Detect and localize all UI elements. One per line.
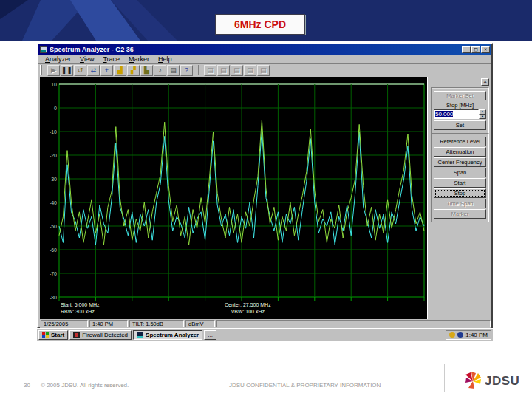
spectrum-analyzer-icon (137, 332, 143, 338)
menu-item-marker[interactable]: Marker (124, 55, 154, 63)
task-label: Firewall Detected (82, 332, 128, 338)
task-label: ... (208, 332, 213, 338)
clock: 1:40 PM (466, 332, 488, 338)
toolbar-group-files: ▤▤▤▤▤ (202, 64, 272, 76)
status-cell-2: TILT: 1.50dB (129, 320, 184, 327)
shield-icon[interactable] (449, 332, 455, 338)
waterfall-button[interactable]: ▟ (114, 65, 126, 76)
settings-button-group: Reference LevelAttenuationCenter Frequen… (431, 133, 489, 222)
system-tray: 1:40 PM (446, 330, 491, 340)
network-icon[interactable] (457, 332, 463, 338)
marker-set-button[interactable]: Marker Set (434, 91, 486, 100)
pause-button[interactable]: ❚❚ (61, 65, 73, 76)
attenuation-button[interactable]: Attenuation (434, 147, 486, 157)
chart-center-annotation: Center: 27.500 MHz VBW: 100 kHz (225, 301, 271, 315)
marker-crosshair-button[interactable]: + (100, 65, 113, 76)
spectrogram-button[interactable]: ▞ (127, 65, 140, 76)
window-title: Spectrum Analyzer - G2 36 (50, 46, 461, 53)
file-button-3[interactable]: ▤ (231, 65, 243, 76)
menu-item-help[interactable]: Help (154, 55, 177, 63)
file-icon-4: ▤ (247, 66, 253, 74)
toolbar-grip-2[interactable] (197, 65, 199, 75)
reset-button[interactable]: ↺ (74, 65, 86, 76)
stepper-arrows[interactable]: ▲ ▼ (479, 109, 486, 119)
y-axis-label: -70 (50, 271, 57, 276)
stop-frequency-stepper[interactable]: 50.000 ▲ ▼ (434, 109, 486, 119)
file-button-1[interactable]: ▤ (204, 65, 216, 76)
pane-close-icon[interactable]: × (481, 78, 489, 86)
close-button[interactable]: × (481, 46, 490, 53)
task-firewall-detected[interactable]: Firewall Detected (69, 330, 132, 340)
menu-item-view[interactable]: View (75, 55, 98, 63)
file-icon-3: ▤ (233, 66, 240, 74)
menu-item-trace[interactable]: Trace (98, 55, 124, 63)
windows-logo-icon (42, 332, 49, 338)
y-axis-label: -60 (50, 248, 57, 253)
printer-icon: ▤ (170, 66, 177, 74)
jdsu-starburst-icon (464, 372, 482, 391)
time-span-button[interactable]: Time Span (434, 199, 486, 208)
minimize-button[interactable]: _ (462, 46, 471, 53)
reference-level-button[interactable]: Reference Level (434, 137, 486, 146)
waterfall-icon: ▟ (117, 66, 123, 74)
play-button[interactable]: ▶ (47, 65, 60, 76)
help-button[interactable]: ? (180, 65, 193, 76)
play-icon: ▶ (51, 66, 56, 74)
y-axis-label: -30 (50, 177, 57, 182)
app-icon (40, 46, 47, 53)
y-axis-label: 0 (54, 106, 57, 111)
set-button[interactable]: Set (434, 120, 486, 130)
status-bar: 1/25/20051:40 PMTILT: 1.50dBdBmV (40, 319, 491, 328)
stepper-down-icon[interactable]: ▼ (479, 115, 486, 120)
slide-number: 30 (24, 382, 30, 389)
footer-divider (444, 364, 445, 392)
file-button-2[interactable]: ▤ (217, 65, 230, 76)
y-axis-label: -50 (50, 224, 57, 229)
chart-mode-icon: ▙ (144, 66, 149, 74)
toolbar-grip[interactable] (40, 65, 42, 75)
center-frequency-button[interactable]: Center Frequency (434, 157, 486, 167)
file-button-5[interactable]: ▤ (257, 65, 270, 76)
window-titlebar[interactable]: Spectrum Analyzer - G2 36 _ □ × (38, 44, 491, 55)
start-button[interactable]: Start (38, 330, 68, 340)
spectrum-chart: 100-10-20-30-40-50-60-70-80 (40, 77, 427, 319)
task-spectrum-analyzer[interactable]: Spectrum Analyzer (133, 330, 202, 340)
help-icon: ? (185, 66, 188, 74)
y-axis-label: -10 (50, 129, 57, 134)
confidential-text: JDSU CONFIDENTIAL & PROPRIETARY INFORMAT… (229, 382, 381, 389)
maximize-button[interactable]: □ (471, 46, 480, 53)
windows-taskbar: Start Firewall DetectedSpectrum Analyzer… (37, 328, 493, 341)
chart-mode-button[interactable]: ▙ (140, 65, 153, 76)
task-more[interactable]: ... (204, 330, 216, 340)
start-button[interactable]: Start (434, 178, 486, 188)
slide: 6MHz CPD Spectrum Analyzer - G2 36 _ □ ×… (0, 0, 532, 399)
status-cell-filler (216, 320, 491, 327)
spectrum-analyzer-window: Spectrum Analyzer - G2 36 _ □ × Analyzer… (37, 43, 493, 328)
y-axis-label: -40 (50, 200, 57, 205)
stop-frequency-input[interactable]: 50.000 (434, 109, 479, 119)
status-cell-0: 1/25/2005 (41, 320, 88, 327)
split-view-button[interactable]: ⇄ (87, 65, 100, 76)
slide-title-box: 6MHz CPD (215, 14, 305, 35)
marker-button[interactable]: Marker (434, 209, 486, 219)
stop-button[interactable]: Stop (434, 188, 486, 198)
span-button[interactable]: Span (434, 168, 486, 177)
task-label: Spectrum Analyzer (146, 332, 199, 338)
spectrum-plot-area: 100-10-20-30-40-50-60-70-80 Start: 5.000… (40, 77, 427, 319)
file-button-4[interactable]: ▤ (244, 65, 256, 76)
frequency-entry-group: Marker Set Stop [MHz] 50.000 ▲ ▼ Set (431, 87, 489, 134)
speaker-button[interactable]: ♪ (154, 65, 166, 76)
slide-title: 6MHz CPD (234, 18, 286, 30)
file-icon-5: ▤ (260, 66, 267, 74)
control-pane: × Marker Set Stop [MHz] 50.000 ▲ ▼ Set R… (427, 77, 491, 319)
marker-crosshair-icon: + (105, 66, 109, 74)
printer-button[interactable]: ▤ (167, 65, 180, 76)
menu-bar: AnalyzerViewTraceMarkerHelp (38, 55, 491, 64)
y-axis-label: 10 (51, 82, 57, 87)
stop-field-label: Stop [MHz] (434, 102, 486, 109)
reset-icon: ↺ (78, 66, 83, 74)
menu-item-analyzer[interactable]: Analyzer (41, 55, 75, 63)
toolbar-group-main: ▶❚❚↺⇄+▟▞▙♪▤? (46, 64, 195, 76)
desktop-screenshot: Spectrum Analyzer - G2 36 _ □ × Analyzer… (37, 43, 493, 341)
copyright-text: © 2005 JDSU. All rights reserved. (41, 382, 129, 389)
